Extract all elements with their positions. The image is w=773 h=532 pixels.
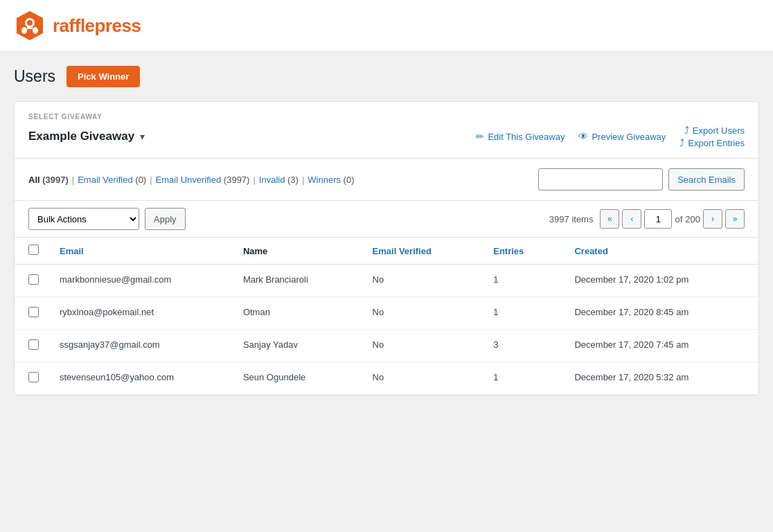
next-page-button[interactable]: › — [703, 209, 722, 229]
svg-point-2 — [27, 20, 33, 26]
bulk-actions-bar: Bulk Actions Delete Apply 3997 items « ‹… — [15, 201, 758, 238]
col-name: Name — [229, 238, 359, 265]
select-all-col — [15, 238, 46, 265]
filters-bar: All (3997) | Email Verified (0) | Email … — [15, 159, 758, 201]
row-entries: 1 — [479, 362, 560, 395]
col-email[interactable]: Email — [46, 238, 229, 265]
export-entries-icon: ⤴ — [679, 137, 684, 148]
row-created: December 17, 2020 7:45 am — [560, 330, 758, 362]
last-page-button[interactable]: » — [725, 209, 745, 229]
filter-email-unverified[interactable]: Email Unverified (3997) — [156, 175, 250, 185]
table-row: markbonniesue@gmail.com Mark Branciaroli… — [15, 265, 758, 297]
row-entries: 3 — [479, 330, 560, 362]
giveaway-actions: ✏ Edit This Giveaway 👁 Preview Giveaway … — [476, 125, 745, 148]
page-input[interactable]: 1 — [644, 209, 672, 229]
svg-rect-5 — [27, 26, 33, 29]
giveaway-name: Example Giveaway — [28, 130, 134, 143]
giveaway-row: Example Giveaway ▾ ✏ Edit This Giveaway … — [28, 125, 745, 148]
table-row: stevenseun105@yahoo.com Seun Ogundele No… — [15, 362, 758, 395]
filter-invalid[interactable]: Invalid (3) — [259, 175, 299, 185]
search-emails-button[interactable]: Search Emails — [668, 168, 745, 190]
preview-giveaway-link[interactable]: 👁 Preview Giveaway — [578, 131, 666, 142]
row-created: December 17, 2020 8:45 am — [560, 297, 758, 330]
giveaway-selector[interactable]: Example Giveaway ▾ — [28, 130, 145, 143]
row-created: December 17, 2020 1:02 pm — [560, 265, 758, 297]
row-checkbox-cell — [15, 265, 46, 297]
row-email-verified: No — [359, 362, 480, 395]
col-entries[interactable]: Entries — [479, 238, 560, 265]
row-checkbox[interactable] — [28, 274, 39, 285]
main-panel: SELECT GIVEAWAY Example Giveaway ▾ ✏ Edi… — [14, 101, 759, 396]
row-name: Otman — [229, 297, 359, 330]
row-entries: 1 — [479, 297, 560, 330]
search-area: Search Emails — [538, 168, 745, 190]
row-name: Sanjay Yadav — [229, 330, 359, 362]
bulk-actions-select[interactable]: Bulk Actions Delete — [28, 208, 139, 230]
header: rafflepress — [0, 0, 773, 52]
bulk-left: Bulk Actions Delete Apply — [28, 208, 186, 230]
export-links: ⤴ Export Users ⤴ Export Entries — [679, 125, 745, 148]
table-row: rybxlnoa@pokemail.net Otman No 1 Decembe… — [15, 297, 758, 330]
total-pages: 200 — [685, 214, 700, 224]
first-page-button[interactable]: « — [600, 209, 619, 229]
table-body: markbonniesue@gmail.com Mark Branciaroli… — [15, 265, 758, 395]
page-title: Users — [14, 67, 55, 86]
row-email-verified: No — [359, 330, 480, 362]
table-header: Email Name Email Verified Entries Create… — [15, 238, 758, 265]
svg-point-4 — [33, 27, 38, 34]
export-users-link[interactable]: ⤴ Export Users — [684, 125, 745, 136]
filter-winners[interactable]: Winners (0) — [308, 175, 354, 185]
row-name: Seun Ogundele — [229, 362, 359, 395]
logo: rafflepress — [14, 10, 141, 42]
row-checkbox-cell — [15, 297, 46, 330]
logo-icon — [14, 10, 46, 42]
select-giveaway-section: SELECT GIVEAWAY Example Giveaway ▾ ✏ Edi… — [15, 102, 758, 159]
select-giveaway-label: SELECT GIVEAWAY — [28, 113, 745, 121]
eye-icon: 👁 — [578, 131, 588, 142]
row-checkbox-cell — [15, 330, 46, 362]
edit-icon: ✏ — [476, 131, 484, 142]
table-container: Email Name Email Verified Entries Create… — [15, 238, 758, 395]
row-checkbox[interactable] — [28, 339, 39, 350]
filter-email-verified[interactable]: Email Verified (0) — [78, 175, 146, 185]
items-count: 3997 items — [549, 214, 594, 224]
page-content: Users Pick Winner SELECT GIVEAWAY Exampl… — [0, 52, 773, 529]
export-entries-link[interactable]: ⤴ Export Entries — [679, 137, 745, 148]
row-checkbox[interactable] — [28, 372, 39, 382]
filter-all[interactable]: All (3997) — [28, 175, 69, 185]
pagination: 3997 items « ‹ 1 of 200 › » — [549, 209, 745, 229]
row-checkbox-cell — [15, 362, 46, 395]
filter-links: All (3997) | Email Verified (0) | Email … — [28, 175, 354, 185]
row-email: rybxlnoa@pokemail.net — [46, 297, 229, 330]
row-email-verified: No — [359, 265, 480, 297]
chevron-down-icon: ▾ — [140, 131, 145, 142]
apply-button[interactable]: Apply — [145, 208, 186, 230]
row-email: ssgsanjay37@gmail.com — [46, 330, 229, 362]
page-of: of — [675, 214, 682, 224]
row-email: markbonniesue@gmail.com — [46, 265, 229, 297]
row-created: December 17, 2020 5:32 am — [560, 362, 758, 395]
col-created[interactable]: Created — [560, 238, 758, 265]
row-name: Mark Branciaroli — [229, 265, 359, 297]
row-entries: 1 — [479, 265, 560, 297]
prev-page-button[interactable]: ‹ — [622, 209, 641, 229]
logo-text: rafflepress — [53, 15, 141, 37]
export-users-icon: ⤴ — [684, 125, 689, 136]
page-title-row: Users Pick Winner — [14, 66, 759, 87]
select-all-checkbox[interactable] — [28, 245, 39, 255]
users-table: Email Name Email Verified Entries Create… — [15, 238, 758, 395]
pick-winner-button[interactable]: Pick Winner — [66, 66, 140, 87]
edit-giveaway-link[interactable]: ✏ Edit This Giveaway — [476, 131, 565, 142]
row-checkbox[interactable] — [28, 307, 39, 317]
col-email-verified[interactable]: Email Verified — [359, 238, 480, 265]
search-input[interactable] — [538, 168, 663, 190]
row-email: stevenseun105@yahoo.com — [46, 362, 229, 395]
row-email-verified: No — [359, 297, 480, 330]
table-row: ssgsanjay37@gmail.com Sanjay Yadav No 3 … — [15, 330, 758, 362]
svg-point-3 — [21, 27, 27, 34]
